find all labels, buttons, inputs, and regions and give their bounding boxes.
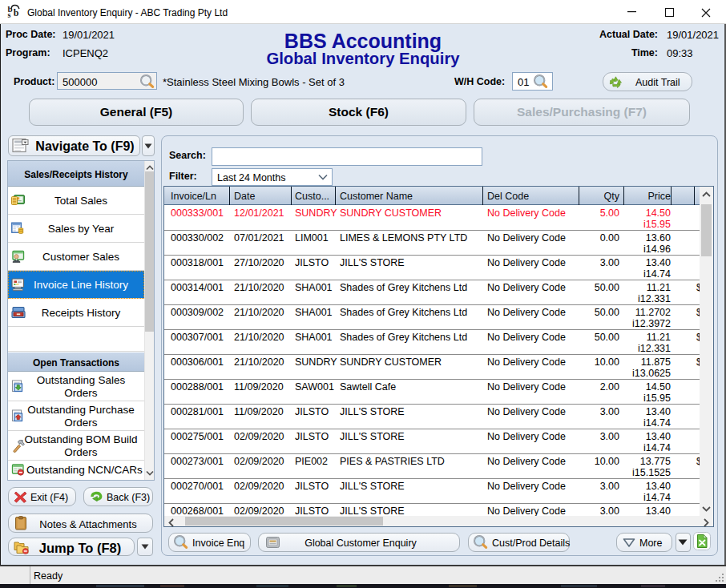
svg-text:b: b xyxy=(14,7,19,18)
svg-text:s: s xyxy=(8,10,11,18)
